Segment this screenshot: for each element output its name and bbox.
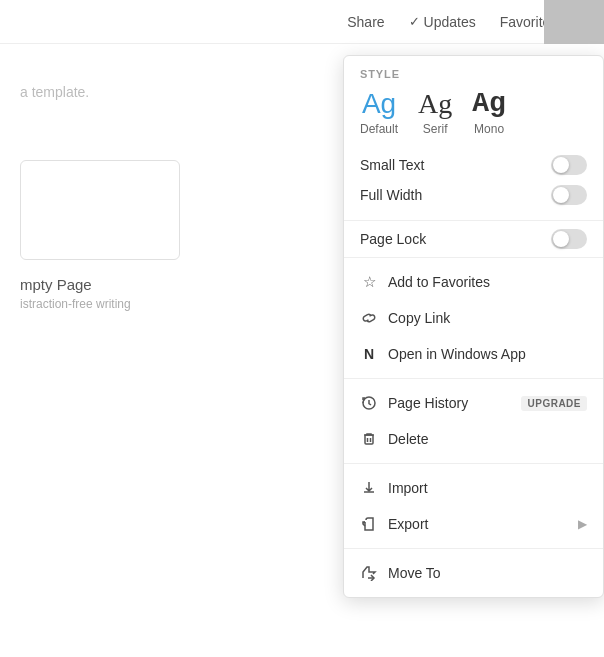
- template-text: a template.: [20, 84, 320, 100]
- font-default[interactable]: Ag Default: [360, 90, 398, 136]
- add-favorites-label: Add to Favorites: [388, 274, 587, 290]
- menu-section-1: ☆ Add to Favorites Copy Link N Open in W…: [344, 258, 603, 379]
- page-card-subtitle: istraction-free writing: [20, 297, 320, 311]
- font-serif-glyph: Ag: [418, 90, 452, 118]
- notion-icon: N: [360, 345, 378, 363]
- page-lock-toggle[interactable]: [551, 229, 587, 249]
- chevron-right-icon: ▶: [578, 517, 587, 531]
- export-item[interactable]: Export ▶: [344, 506, 603, 542]
- page-content: a template. mpty Page istraction-free wr…: [0, 44, 340, 657]
- add-favorites-item[interactable]: ☆ Add to Favorites: [344, 264, 603, 300]
- updates-button[interactable]: ✓ Updates: [399, 8, 486, 36]
- move-to-label: Move To: [388, 565, 587, 581]
- style-section: STYLE Ag Default Ag Serif Ag Mono Small …: [344, 56, 603, 221]
- page-card: [20, 160, 180, 260]
- font-mono[interactable]: Ag Mono: [472, 90, 506, 136]
- open-windows-item[interactable]: N Open in Windows App: [344, 336, 603, 372]
- font-mono-label: Mono: [474, 122, 504, 136]
- dropdown-panel: STYLE Ag Default Ag Serif Ag Mono Small …: [343, 55, 604, 598]
- copy-link-label: Copy Link: [388, 310, 587, 326]
- menu-section-3: Import Export ▶: [344, 464, 603, 549]
- menu-section-4: Move To: [344, 549, 603, 597]
- font-default-glyph: Ag: [362, 90, 396, 118]
- style-label: STYLE: [360, 68, 587, 80]
- page-card-title: mpty Page: [20, 276, 320, 293]
- star-icon: ☆: [360, 273, 378, 291]
- small-text-toggle[interactable]: [551, 155, 587, 175]
- full-width-toggle[interactable]: [551, 185, 587, 205]
- upgrade-badge: UPGRADE: [521, 396, 587, 411]
- import-icon: [360, 479, 378, 497]
- move-to-icon: [360, 564, 378, 582]
- page-history-label: Page History: [388, 395, 511, 411]
- active-area: [544, 0, 604, 44]
- full-width-row: Full Width: [360, 180, 587, 210]
- page-lock-section: Page Lock: [344, 221, 603, 258]
- small-text-label: Small Text: [360, 157, 424, 173]
- page-lock-label: Page Lock: [360, 231, 426, 247]
- full-width-label: Full Width: [360, 187, 422, 203]
- move-to-item[interactable]: Move To: [344, 555, 603, 591]
- font-serif[interactable]: Ag Serif: [418, 90, 452, 136]
- trash-icon: [360, 430, 378, 448]
- share-button[interactable]: Share: [337, 8, 394, 36]
- delete-label: Delete: [388, 431, 587, 447]
- top-bar: Share ✓ Updates Favorite ···: [0, 0, 604, 44]
- small-text-row: Small Text: [360, 150, 587, 180]
- history-icon: [360, 394, 378, 412]
- link-icon: [360, 309, 378, 327]
- delete-item[interactable]: Delete: [344, 421, 603, 457]
- font-mono-glyph: Ag: [472, 90, 506, 118]
- export-label: Export: [388, 516, 568, 532]
- font-default-label: Default: [360, 122, 398, 136]
- copy-link-item[interactable]: Copy Link: [344, 300, 603, 336]
- import-label: Import: [388, 480, 587, 496]
- export-icon: [360, 515, 378, 533]
- page-history-item[interactable]: Page History UPGRADE: [344, 385, 603, 421]
- font-options: Ag Default Ag Serif Ag Mono: [360, 90, 587, 136]
- menu-section-2: Page History UPGRADE Delete: [344, 379, 603, 464]
- open-windows-label: Open in Windows App: [388, 346, 587, 362]
- svg-rect-1: [365, 435, 373, 444]
- import-item[interactable]: Import: [344, 470, 603, 506]
- font-serif-label: Serif: [423, 122, 448, 136]
